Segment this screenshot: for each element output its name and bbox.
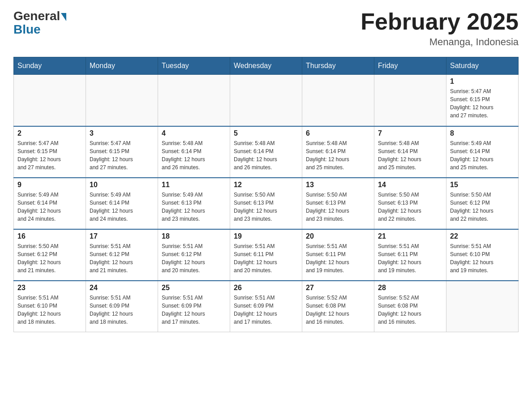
day-number: 10: [90, 181, 154, 189]
day-number: 24: [90, 284, 154, 292]
day-info: Sunrise: 5:49 AMSunset: 6:13 PMDaylight:…: [162, 191, 226, 223]
day-info: Sunrise: 5:51 AMSunset: 6:12 PMDaylight:…: [90, 242, 154, 274]
day-number: 5: [234, 129, 298, 137]
weekday-header-thursday: Thursday: [302, 57, 374, 75]
calendar-cell: 17Sunrise: 5:51 AMSunset: 6:12 PMDayligh…: [86, 229, 158, 281]
calendar-cell: 24Sunrise: 5:51 AMSunset: 6:09 PMDayligh…: [86, 281, 158, 332]
title-area: February 2025 Menanga, Indonesia: [360, 9, 519, 48]
day-info: Sunrise: 5:50 AMSunset: 6:12 PMDaylight:…: [450, 191, 515, 223]
day-info: Sunrise: 5:51 AMSunset: 6:09 PMDaylight:…: [234, 294, 298, 326]
day-info: Sunrise: 5:47 AMSunset: 6:15 PMDaylight:…: [17, 139, 82, 171]
calendar-cell: 12Sunrise: 5:50 AMSunset: 6:13 PMDayligh…: [230, 178, 302, 229]
calendar-cell: [14, 75, 86, 126]
day-info: Sunrise: 5:49 AMSunset: 6:14 PMDaylight:…: [90, 191, 154, 223]
day-info: Sunrise: 5:51 AMSunset: 6:10 PMDaylight:…: [17, 294, 82, 326]
day-number: 4: [162, 129, 226, 137]
calendar-cell: 23Sunrise: 5:51 AMSunset: 6:10 PMDayligh…: [14, 281, 86, 332]
calendar-week-row: 9Sunrise: 5:49 AMSunset: 6:14 PMDaylight…: [14, 178, 519, 229]
day-number: 1: [450, 77, 515, 86]
day-number: 6: [306, 129, 370, 137]
calendar-cell: 1Sunrise: 5:47 AMSunset: 6:15 PMDaylight…: [446, 75, 519, 126]
weekday-header-sunday: Sunday: [14, 57, 86, 75]
day-info: Sunrise: 5:48 AMSunset: 6:14 PMDaylight:…: [378, 139, 442, 171]
logo-blue-text: Blue: [13, 22, 41, 37]
calendar-cell: [230, 75, 302, 126]
day-info: Sunrise: 5:49 AMSunset: 6:14 PMDaylight:…: [450, 139, 515, 171]
day-info: Sunrise: 5:52 AMSunset: 6:08 PMDaylight:…: [378, 294, 442, 326]
calendar-week-row: 1Sunrise: 5:47 AMSunset: 6:15 PMDaylight…: [14, 75, 519, 126]
day-number: 16: [17, 232, 82, 240]
day-info: Sunrise: 5:51 AMSunset: 6:12 PMDaylight:…: [162, 242, 226, 274]
day-number: 25: [162, 284, 226, 292]
calendar-cell: 18Sunrise: 5:51 AMSunset: 6:12 PMDayligh…: [158, 229, 230, 281]
day-info: Sunrise: 5:47 AMSunset: 6:15 PMDaylight:…: [450, 87, 515, 120]
weekday-header-friday: Friday: [374, 57, 446, 75]
day-number: 17: [90, 232, 154, 240]
day-number: 14: [378, 181, 442, 189]
calendar-cell: [446, 281, 519, 332]
calendar-cell: 27Sunrise: 5:52 AMSunset: 6:08 PMDayligh…: [302, 281, 374, 332]
calendar-cell: 15Sunrise: 5:50 AMSunset: 6:12 PMDayligh…: [446, 178, 519, 229]
day-number: 9: [17, 181, 82, 189]
calendar-cell: 11Sunrise: 5:49 AMSunset: 6:13 PMDayligh…: [158, 178, 230, 229]
calendar-cell: 9Sunrise: 5:49 AMSunset: 6:14 PMDaylight…: [14, 178, 86, 229]
calendar-cell: 14Sunrise: 5:50 AMSunset: 6:13 PMDayligh…: [374, 178, 446, 229]
calendar-table: SundayMondayTuesdayWednesdayThursdayFrid…: [13, 57, 519, 332]
day-info: Sunrise: 5:51 AMSunset: 6:10 PMDaylight:…: [450, 242, 515, 274]
day-number: 22: [450, 232, 515, 240]
day-info: Sunrise: 5:51 AMSunset: 6:09 PMDaylight:…: [162, 294, 226, 326]
day-number: 13: [306, 181, 370, 189]
calendar-cell: [158, 75, 230, 126]
calendar-cell: 20Sunrise: 5:51 AMSunset: 6:11 PMDayligh…: [302, 229, 374, 281]
day-number: 21: [378, 232, 442, 240]
weekday-header-wednesday: Wednesday: [230, 57, 302, 75]
calendar-cell: [374, 75, 446, 126]
day-number: 12: [234, 181, 298, 189]
calendar-cell: [86, 75, 158, 126]
day-info: Sunrise: 5:51 AMSunset: 6:11 PMDaylight:…: [306, 242, 370, 274]
day-number: 19: [234, 232, 298, 240]
calendar-cell: 25Sunrise: 5:51 AMSunset: 6:09 PMDayligh…: [158, 281, 230, 332]
calendar-cell: 3Sunrise: 5:47 AMSunset: 6:15 PMDaylight…: [86, 126, 158, 178]
day-info: Sunrise: 5:49 AMSunset: 6:14 PMDaylight:…: [17, 191, 82, 223]
logo-arrow-icon: [61, 13, 66, 21]
day-info: Sunrise: 5:48 AMSunset: 6:14 PMDaylight:…: [162, 139, 226, 171]
page-title: February 2025: [360, 9, 519, 34]
calendar-cell: 10Sunrise: 5:49 AMSunset: 6:14 PMDayligh…: [86, 178, 158, 229]
calendar-week-row: 2Sunrise: 5:47 AMSunset: 6:15 PMDaylight…: [14, 126, 519, 178]
day-info: Sunrise: 5:52 AMSunset: 6:08 PMDaylight:…: [306, 294, 370, 326]
calendar-cell: 16Sunrise: 5:50 AMSunset: 6:12 PMDayligh…: [14, 229, 86, 281]
calendar-week-row: 23Sunrise: 5:51 AMSunset: 6:10 PMDayligh…: [14, 281, 519, 332]
day-info: Sunrise: 5:48 AMSunset: 6:14 PMDaylight:…: [234, 139, 298, 171]
day-info: Sunrise: 5:50 AMSunset: 6:13 PMDaylight:…: [234, 191, 298, 223]
logo-general-text: General: [13, 9, 60, 23]
day-number: 7: [378, 129, 442, 137]
day-number: 18: [162, 232, 226, 240]
logo: General Blue: [13, 9, 66, 37]
day-number: 23: [17, 284, 82, 292]
day-info: Sunrise: 5:51 AMSunset: 6:11 PMDaylight:…: [378, 242, 442, 274]
day-number: 11: [162, 181, 226, 189]
weekday-header-tuesday: Tuesday: [158, 57, 230, 75]
calendar-cell: 22Sunrise: 5:51 AMSunset: 6:10 PMDayligh…: [446, 229, 519, 281]
location-subtitle: Menanga, Indonesia: [360, 36, 519, 48]
calendar-cell: [302, 75, 374, 126]
weekday-header-saturday: Saturday: [446, 57, 519, 75]
weekday-header-monday: Monday: [86, 57, 158, 75]
day-number: 3: [90, 129, 154, 137]
header: General Blue February 2025 Menanga, Indo…: [13, 9, 519, 48]
day-number: 28: [378, 284, 442, 292]
day-number: 20: [306, 232, 370, 240]
day-info: Sunrise: 5:50 AMSunset: 6:12 PMDaylight:…: [17, 242, 82, 274]
day-number: 8: [450, 129, 515, 137]
calendar-cell: 28Sunrise: 5:52 AMSunset: 6:08 PMDayligh…: [374, 281, 446, 332]
calendar-cell: 21Sunrise: 5:51 AMSunset: 6:11 PMDayligh…: [374, 229, 446, 281]
calendar-cell: 5Sunrise: 5:48 AMSunset: 6:14 PMDaylight…: [230, 126, 302, 178]
calendar-cell: 6Sunrise: 5:48 AMSunset: 6:14 PMDaylight…: [302, 126, 374, 178]
day-info: Sunrise: 5:51 AMSunset: 6:09 PMDaylight:…: [90, 294, 154, 326]
day-info: Sunrise: 5:50 AMSunset: 6:13 PMDaylight:…: [306, 191, 370, 223]
calendar-cell: 4Sunrise: 5:48 AMSunset: 6:14 PMDaylight…: [158, 126, 230, 178]
weekday-header-row: SundayMondayTuesdayWednesdayThursdayFrid…: [14, 57, 519, 75]
day-info: Sunrise: 5:48 AMSunset: 6:14 PMDaylight:…: [306, 139, 370, 171]
calendar-cell: 13Sunrise: 5:50 AMSunset: 6:13 PMDayligh…: [302, 178, 374, 229]
